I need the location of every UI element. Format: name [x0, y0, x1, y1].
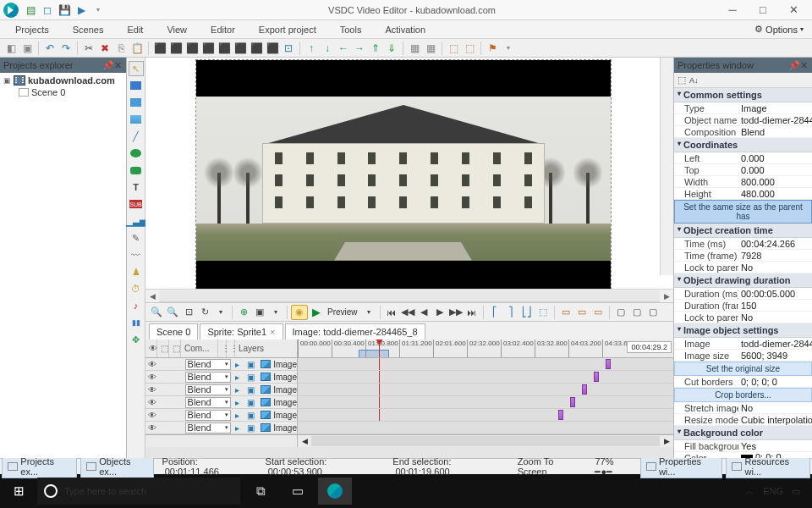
track-visibility-icon[interactable]: 👁	[145, 385, 159, 395]
align-center-h-icon[interactable]: ⬛	[168, 41, 184, 56]
drop-icon[interactable]: ▾	[501, 41, 516, 56]
track-visibility-icon[interactable]: 👁	[145, 411, 159, 420]
property-row[interactable]: Duration (ms)00:00:05.000	[674, 288, 812, 300]
text-tool-icon[interactable]: T	[129, 179, 144, 195]
property-row[interactable]: Imagetodd-diemer-284465	[674, 338, 812, 350]
track-visibility-icon[interactable]: 👁	[145, 373, 159, 382]
center-icon[interactable]: ⊡	[281, 41, 296, 56]
track-lane[interactable]	[298, 371, 673, 383]
property-row[interactable]: Height480.000	[674, 188, 812, 200]
track-opt2-icon[interactable]: ▣	[244, 423, 258, 433]
property-group-header[interactable]: ▾Common settings	[674, 88, 812, 102]
blend-mode-select[interactable]: Blend▾	[185, 359, 232, 370]
property-row[interactable]: Left0.000	[674, 152, 812, 164]
play-mode-icon[interactable]: ◉	[291, 305, 308, 320]
timeline-clip[interactable]	[606, 359, 611, 369]
bottom-tab-objects[interactable]: Objects ex...	[80, 455, 154, 478]
property-row[interactable]: Lock to parentNo	[674, 262, 812, 273]
extra2-icon[interactable]: ▢	[629, 305, 645, 320]
track-visibility-icon[interactable]: 👁	[145, 360, 159, 369]
close-tab-icon[interactable]: ×	[270, 327, 275, 337]
eye-col-icon[interactable]: 👁	[145, 340, 157, 357]
timeline-clip[interactable]	[594, 372, 599, 382]
rect-blue-tool-icon[interactable]	[129, 95, 144, 110]
audio-tool-icon[interactable]: ♪	[129, 298, 144, 313]
track-opt2-icon[interactable]: ▣	[244, 385, 258, 395]
property-row[interactable]: Width800.000	[674, 176, 812, 188]
add-icon[interactable]: ⊕	[236, 305, 251, 320]
align-bottom-icon[interactable]: ⬛	[233, 41, 248, 56]
timeline-clip[interactable]	[582, 384, 587, 395]
property-group-header[interactable]: ▾Object drawing duration	[674, 273, 812, 288]
blend-mode-select[interactable]: Blend▾	[185, 384, 232, 395]
lock-col-icon[interactable]: ⬚	[157, 340, 169, 357]
menu-editor[interactable]: Editor	[199, 22, 247, 37]
blend-mode-select[interactable]: Blend▾	[185, 397, 232, 408]
property-row[interactable]: Stretch imageNo	[674, 402, 812, 414]
move-tool-icon[interactable]: ✥	[129, 332, 144, 347]
property-action-button[interactable]: Set the original size	[674, 362, 812, 376]
distribute-h-icon[interactable]: ⬛	[249, 41, 264, 56]
layers-col[interactable]: Layers	[235, 340, 297, 357]
track-opt1-icon[interactable]: ▸	[231, 423, 244, 433]
zoom-in-icon[interactable]: 🔍	[149, 305, 164, 320]
bracket-icon[interactable]: ⬚	[535, 305, 551, 320]
preview-hscroll[interactable]: ◀▶	[145, 289, 673, 302]
taskbar-search[interactable]: Type here to search	[37, 478, 240, 505]
property-row[interactable]: Composition modeBlend	[674, 126, 812, 138]
add-scene-icon[interactable]: ▣	[252, 305, 267, 320]
property-action-button[interactable]: Set the same size as the parent has	[674, 200, 812, 224]
track-lane[interactable]	[298, 358, 673, 370]
zoom-fit-icon[interactable]: ⊡	[181, 305, 196, 320]
pin-icon[interactable]: 📌	[788, 60, 798, 71]
goto-start-icon[interactable]: ⏮	[384, 305, 399, 320]
vsdc-taskbar-icon[interactable]	[318, 478, 352, 505]
tool-open[interactable]: ▣	[19, 41, 35, 56]
property-row[interactable]: Resize modeCubic interpolation	[674, 414, 812, 426]
playhead[interactable]	[379, 340, 380, 357]
zoom-drop-icon[interactable]: ▾	[213, 305, 228, 320]
play-button[interactable]: ▶	[309, 305, 324, 320]
minimize-button[interactable]: ─	[722, 3, 743, 18]
property-row[interactable]: Object nametodd-diemer-284465	[674, 114, 812, 126]
group-icon[interactable]: ⬚	[446, 41, 461, 56]
track-opt2-icon[interactable]: ▣	[244, 360, 258, 369]
track-label[interactable]: Image	[257, 411, 297, 420]
mark-out-icon[interactable]: ⎤	[503, 305, 518, 320]
property-row[interactable]: TypeImage	[674, 102, 812, 114]
timeline-clip[interactable]	[570, 397, 575, 407]
property-row[interactable]: Image size5600; 3949	[674, 350, 812, 362]
extra3-icon[interactable]: ▢	[645, 305, 661, 320]
rect-tool-icon[interactable]	[129, 78, 144, 93]
explorer-icon[interactable]: ▭	[281, 478, 315, 505]
arrow-down-icon[interactable]: ↓	[320, 41, 335, 56]
timeline-clip[interactable]	[558, 410, 563, 420]
step-fwd-icon[interactable]: ▶	[432, 305, 447, 320]
pin-icon[interactable]: 📌	[102, 60, 112, 71]
cursor-tool-icon[interactable]: ↖	[129, 61, 144, 76]
track-label[interactable]: Image	[257, 398, 297, 407]
task-view-icon[interactable]: ⧉	[244, 478, 277, 505]
rect-stripe-tool-icon[interactable]	[129, 112, 144, 127]
delete-icon[interactable]: ✖	[97, 41, 112, 56]
align-center-v-icon[interactable]: ⬛	[217, 41, 232, 56]
region1-icon[interactable]: ▭	[558, 305, 573, 320]
region2-icon[interactable]: ▭	[574, 305, 590, 320]
brush-tool-icon[interactable]: 〰	[129, 247, 144, 262]
step-back-icon[interactable]: ◀	[416, 305, 431, 320]
next-frame-icon[interactable]: ▶▶	[448, 305, 464, 320]
tab-scene[interactable]: Scene 0	[149, 323, 198, 340]
person-tool-icon[interactable]: ♟	[129, 264, 144, 279]
menu-view[interactable]: View	[155, 22, 199, 37]
track-opt1-icon[interactable]: ▸	[231, 373, 244, 382]
property-action-button[interactable]: Crop borders...	[674, 388, 812, 402]
bottom-tab-properties[interactable]: Properties wi...	[640, 455, 723, 478]
toggle1-icon[interactable]: ▦	[407, 41, 422, 56]
mark-in-icon[interactable]: ⎡	[487, 305, 502, 320]
property-group-header[interactable]: ▾Background color	[674, 426, 812, 440]
flag-icon[interactable]: ⚑	[485, 41, 500, 56]
preview-vscroll[interactable]	[660, 58, 673, 275]
undo-icon[interactable]: ↶	[42, 41, 58, 56]
pen-tool-icon[interactable]: ✎	[129, 230, 144, 246]
selection-region[interactable]	[359, 350, 389, 357]
